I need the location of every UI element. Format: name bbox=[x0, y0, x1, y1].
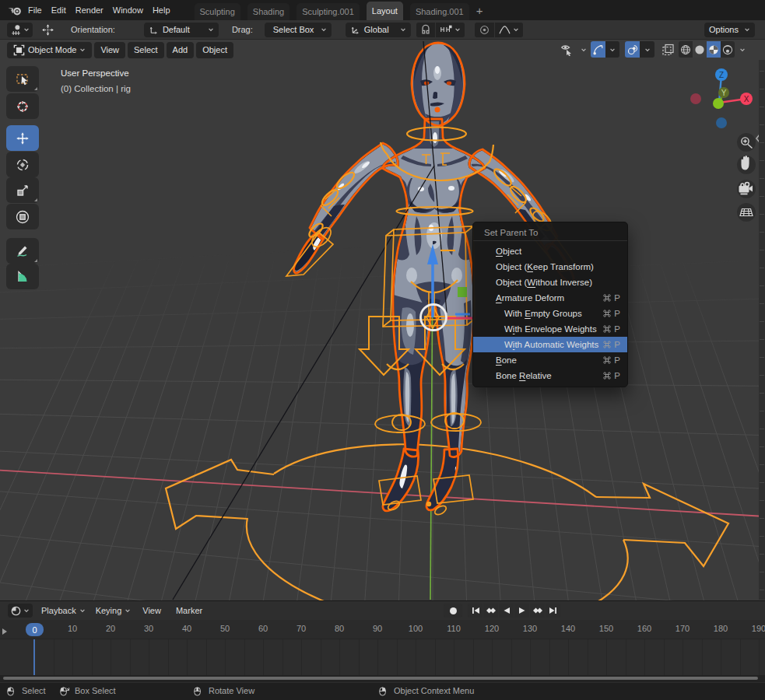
svg-text:Y: Y bbox=[721, 89, 727, 97]
svg-text:X: X bbox=[744, 95, 749, 103]
svg-text:Z: Z bbox=[719, 71, 724, 79]
